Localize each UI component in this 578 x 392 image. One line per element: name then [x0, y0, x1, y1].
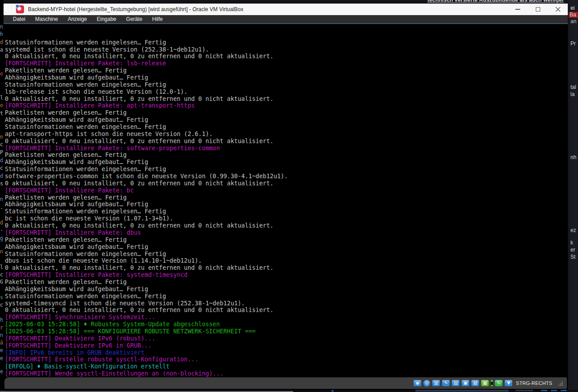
background-fragment — [331, 390, 334, 392]
terminal-line: Statusinformationen werden eingelesen… F… — [5, 208, 568, 215]
background-window-right-edge: eiBaan PrtallanhezkerSt — [568, 0, 578, 392]
background-character: d — [0, 158, 3, 163]
background-fragment: ei — [570, 5, 575, 11]
harddisk-icon[interactable]: ◉ — [414, 380, 421, 386]
menu-item-datei[interactable]: Datei — [8, 15, 30, 23]
menu-item-maschine[interactable]: Maschine — [30, 15, 63, 23]
background-character: t — [0, 111, 3, 116]
usb-icon[interactable]: ✎ — [442, 380, 450, 386]
background-fragment: an — [570, 19, 577, 24]
terminal-line: [INFO] IPv6 bereits in GRUB deaktiviert — [5, 349, 568, 356]
titlebar[interactable]: Backend-MYP-hotel (Hergestellte_Testumge… — [4, 4, 568, 15]
menubar: DateiMaschineAnzeigeEingabeGeräteHilfe — [4, 15, 568, 24]
background-character: e — [0, 71, 3, 76]
background-fragment — [541, 390, 547, 391]
recording-icon[interactable]: ▧ — [471, 380, 479, 386]
background-character: c — [0, 142, 3, 147]
terminal-line: 0 aktualisiert, 0 neu installiert, 0 zu … — [5, 53, 568, 60]
background-fragment: Ba — [569, 12, 578, 18]
background-character: h — [0, 317, 3, 323]
terminal-line: Paketlisten werden gelesen… Fertig — [5, 279, 568, 286]
terminal-line: [FORTSCHRITT] Synchronisiere Systemzeit.… — [5, 314, 568, 321]
terminal-line: Paketlisten werden gelesen… Fertig — [5, 109, 568, 116]
minimize-icon — [515, 9, 520, 10]
background-character: c — [0, 165, 3, 171]
vm-console-display[interactable]: Statusinformationen werden eingelesen… F… — [4, 24, 568, 377]
terminal-line: Paketlisten werden gelesen… Fertig — [5, 67, 568, 74]
background-character: ä — [0, 340, 3, 345]
menu-item-anzeige[interactable]: Anzeige — [63, 15, 92, 23]
terminal-line: Abhängigkeitsbaum wird aufgebaut… Fertig — [5, 244, 568, 251]
features-icon[interactable]: ↻ — [495, 380, 502, 386]
background-character: c — [0, 272, 3, 277]
terminal-line: 0 aktualisiert, 0 neu installiert, 0 zu … — [5, 264, 568, 272]
background-character: c — [0, 302, 3, 308]
background-character: d — [0, 173, 3, 179]
terminal-line: Statusinformationen werden eingelesen… F… — [5, 166, 568, 173]
close-icon — [555, 7, 561, 12]
background-character: l — [0, 264, 3, 270]
background-character: r — [0, 325, 3, 330]
terminal-line: 0 aktualisiert, 0 neu installiert, 0 zu … — [5, 138, 568, 145]
maximize-button[interactable] — [528, 4, 548, 15]
background-character: e — [0, 369, 3, 374]
terminal-line: Abhängigkeitsbaum wird aufgebaut… Fertig — [5, 201, 568, 208]
network-activity-indicator — [491, 380, 493, 386]
menu-item-gerate[interactable]: Geräte — [121, 15, 147, 23]
minimize-button[interactable] — [508, 4, 528, 15]
statusbar: ◉◎▥✎▤▣▧▦↻▼ STRG-RECHTS — [4, 377, 567, 389]
terminal-line: 0 aktualisiert, 0 neu installiert, 0 zu … — [5, 96, 568, 103]
background-character: P — [0, 150, 3, 155]
terminal-line: Abhängigkeitsbaum wird aufgebaut… Fertig — [5, 116, 568, 124]
background-fragment: er — [570, 247, 576, 253]
terminal-line: [FORTSCHRITT] Erstelle robuste sysctl-Ko… — [5, 356, 568, 363]
background-fragment: nh — [570, 155, 577, 160]
background-character: o — [0, 103, 3, 108]
terminal-line: [FORTSCHRITT] Wende sysctl-Einstellungen… — [5, 370, 568, 377]
background-character: G — [0, 279, 3, 284]
resize-grip[interactable] — [558, 380, 563, 386]
terminal-line: [FORTSCHRITT] Installiere Pakete: apt-tr… — [5, 102, 568, 109]
background-character: s — [0, 295, 3, 300]
terminal-line: Abhängigkeitsbaum wird aufgebaut… Fertig — [5, 286, 568, 293]
display-icon[interactable]: ▣ — [462, 380, 469, 386]
background-fragment: tal — [570, 84, 577, 90]
terminal-line: bc ist schon die neueste Version (1.07.1… — [5, 215, 568, 222]
background-window-text: technisch versierte Auszubildende als au… — [427, 0, 564, 3]
background-window-left-edge: nhdaelotncPdcdsn.d·gnlcGschrnäeee — [0, 0, 4, 392]
terminal-line: systemd-timesyncd ist schon die neueste … — [5, 300, 568, 307]
background-fragment: St — [570, 254, 576, 260]
background-character: e — [0, 356, 3, 361]
optical-disk-icon[interactable]: ◎ — [423, 380, 430, 387]
window-controls — [508, 4, 568, 15]
terminal-line: Statusinformationen werden eingelesen… F… — [5, 81, 568, 88]
background-character: n — [0, 134, 3, 140]
background-character: n — [0, 24, 3, 29]
mouse-integration-icon[interactable]: ▼ — [505, 380, 512, 386]
close-button[interactable] — [548, 4, 568, 15]
terminal-line: [FORTSCHRITT] Deaktiviere IPv6 in GRUB..… — [5, 342, 568, 349]
background-window-top-edge: technisch versierte Auszubildende als au… — [0, 0, 578, 4]
terminal-line: [FORTSCHRITT] Installiere Pakete: lsb-re… — [5, 60, 568, 67]
menu-item-hilfe[interactable]: Hilfe — [147, 15, 167, 23]
terminal-line: apt-transport-https ist schon die neuest… — [5, 131, 568, 138]
terminal-line: 0 aktualisiert, 0 neu installiert, 0 zu … — [5, 180, 568, 187]
background-fragment: la — [570, 92, 575, 97]
status-icons: ◉◎▥✎▤▣▧▦↻▼ — [414, 380, 512, 387]
menu-item-eingabe[interactable]: Eingabe — [92, 15, 121, 23]
shared-folders-icon[interactable]: ▤ — [452, 380, 459, 386]
background-character: s — [0, 181, 3, 186]
terminal-output: Statusinformationen werden eingelesen… F… — [5, 39, 568, 377]
terminal-line: [FORTSCHRITT] Deaktiviere IPv6 (robust).… — [5, 335, 568, 342]
background-character: n — [0, 332, 3, 338]
background-window-bottom-edge — [0, 390, 578, 392]
terminal-line: dbus ist schon die neueste Version (1.14… — [5, 257, 568, 264]
background-character: . — [0, 204, 3, 210]
terminal-line: Abhängigkeitsbaum wird aufgebaut… Fertig — [5, 74, 568, 81]
background-fragment: ez — [570, 228, 577, 233]
audio-icon[interactable]: ▥ — [432, 380, 440, 386]
network-icon[interactable]: ▦ — [481, 380, 489, 386]
terminal-line: 0 aktualisiert, 0 neu installiert, 0 zu … — [5, 222, 568, 229]
terminal-line: [FORTSCHRITT] Installiere Pakete: bc — [5, 187, 568, 194]
background-character: h — [0, 32, 3, 37]
